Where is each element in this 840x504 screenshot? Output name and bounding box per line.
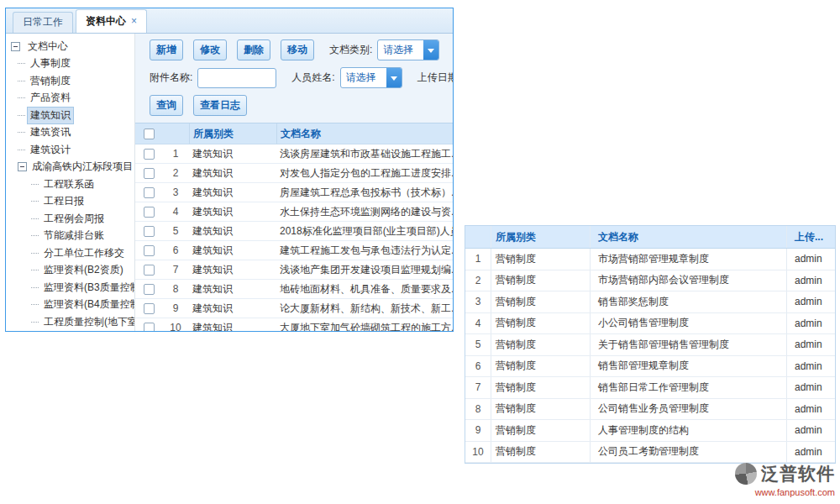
tree-items: 人事制度营销制度产品资料建筑知识建筑资讯建筑设计成渝高铁内江标段项目工程联系函工… (6, 55, 134, 332)
document-row[interactable]: 2建筑知识对发包人指定分包的工程施工进度安排... (135, 164, 453, 183)
close-tab-icon[interactable]: × (131, 12, 137, 31)
collapse-icon[interactable] (11, 42, 20, 51)
cell-doc-name: 对发包人指定分包的工程施工进度安排... (276, 166, 453, 181)
cell-category: 营销制度 (491, 399, 590, 420)
dropdown-arrow-icon[interactable] (423, 40, 438, 60)
tree-item[interactable]: 建筑资讯 (6, 124, 134, 142)
row-checkbox[interactable] (144, 284, 155, 295)
delete-button[interactable]: 删除 (237, 39, 270, 60)
action-row: 查询 查看日志 (150, 95, 453, 116)
row-checkbox[interactable] (144, 168, 155, 179)
tree-item-label: 成渝高铁内江标段项目 (29, 159, 134, 175)
move-button[interactable]: 移动 (281, 39, 314, 60)
doc-category-label: 文档类别: (329, 43, 372, 57)
cell-number: 3 (162, 186, 189, 198)
cell-category: 营销制度 (491, 356, 590, 377)
tree-connector (31, 304, 39, 305)
tree-root[interactable]: 文档中心 (6, 38, 134, 55)
uploader-column-header[interactable]: 上传... (786, 226, 835, 248)
document-row[interactable]: 7建筑知识浅谈地产集团开发建设项目监理规划编... (135, 260, 453, 280)
attachment-name-input[interactable] (197, 68, 276, 88)
collapse-icon[interactable] (18, 162, 27, 171)
tree-item[interactable]: 监理资料(B4质量控制) (6, 297, 134, 314)
person-name-label: 人员姓名: (291, 71, 334, 85)
cell-uploader: admin (786, 442, 835, 463)
tab-label: 资料中心 (86, 12, 126, 31)
category-column-header[interactable]: 所属别类 (491, 226, 590, 248)
tree-item[interactable]: 建筑知识 (6, 107, 134, 124)
marketing-doc-row[interactable]: 4营销制度小公司销售管理制度admin (465, 313, 835, 335)
row-checkbox[interactable] (144, 303, 155, 314)
document-row[interactable]: 3建筑知识房屋建筑工程总承包投标书（技术标）... (135, 183, 453, 202)
document-row[interactable]: 1建筑知识浅谈房屋建筑和市政基础设施工程施工... (135, 144, 453, 164)
marketing-doc-row[interactable]: 1营销制度市场营销部管理规章制度admin (465, 249, 835, 270)
tree-connector (31, 287, 39, 288)
tree-item[interactable]: 工程联系函 (6, 176, 134, 193)
tree-connector (18, 81, 25, 81)
row-checkbox[interactable] (144, 207, 155, 218)
doc-category-select[interactable]: 请选择 (377, 39, 439, 60)
marketing-doc-row[interactable]: 10营销制度公司员工考勤管理制度admin (465, 442, 835, 464)
doc-name-column-header[interactable]: 文档名称 (590, 226, 786, 248)
tab-daily-work[interactable]: 日常工作 (13, 12, 73, 33)
row-checkbox[interactable] (144, 265, 155, 276)
category-column-header[interactable]: 所属别类 (189, 123, 276, 144)
tree-item[interactable]: 节能减排台账 (6, 228, 134, 245)
brand-url: www.fanpusoft.com (735, 487, 835, 497)
tree-item[interactable]: 人事制度 (6, 55, 134, 73)
tab-data-center[interactable]: 资料中心 × (76, 9, 147, 33)
document-row[interactable]: 9建筑知识论大厦新材料、新结构、新技术、新工... (135, 299, 453, 318)
row-checkbox[interactable] (144, 187, 155, 198)
tree-item[interactable]: 监理资料(B5质量控制) (6, 331, 134, 332)
row-checkbox[interactable] (144, 149, 155, 160)
cell-category: 建筑知识 (189, 302, 276, 316)
marketing-doc-row[interactable]: 3营销制度销售部奖惩制度admin (465, 291, 835, 313)
screen: 日常工作 资料中心 × 文档中心 人事制度营销制度产品资料建筑知识建筑资讯建筑设… (0, 0, 840, 504)
tree-item[interactable]: 营销制度 (6, 72, 134, 90)
cell-uploader: admin (786, 249, 835, 270)
document-row[interactable]: 6建筑知识建筑工程施工发包与承包违法行为认定... (135, 241, 453, 260)
document-row[interactable]: 4建筑知识水土保持生态环境监测网络的建设与资... (135, 202, 453, 222)
tree-item[interactable]: 分工单位工作移交 (6, 244, 134, 262)
tree-item[interactable]: 产品资料 (6, 90, 134, 108)
tree-item[interactable]: 工程例会周报 (6, 210, 134, 228)
marketing-doc-row[interactable]: 6营销制度销售部管理规章制度admin (465, 356, 835, 378)
select-all-checkbox[interactable] (144, 129, 155, 139)
modify-button[interactable]: 修改 (193, 39, 227, 60)
row-checkbox[interactable] (144, 245, 155, 256)
cell-category: 建筑知识 (189, 282, 276, 297)
add-button[interactable]: 新增 (150, 39, 183, 60)
tree-item[interactable]: 监理资料(B3质量控制) (6, 279, 134, 297)
row-checkbox[interactable] (144, 323, 155, 332)
document-row[interactable]: 8建筑知识地砖地面材料、机具准备、质量要求及... (135, 280, 453, 299)
document-row[interactable]: 10建筑知识大厦地下室加气砼墙砌筑工程的施工方... (135, 318, 453, 331)
document-row[interactable]: 5建筑知识2018标准化监理项目部(业主项目部)人员... (135, 222, 453, 241)
tree-item[interactable]: 建筑设计 (6, 141, 134, 159)
upload-date-label: 上传日期 (417, 71, 453, 85)
dropdown-arrow-icon[interactable] (386, 68, 402, 87)
cell-doc-name: 销售部日常工作管理制度 (590, 377, 786, 398)
marketing-doc-row[interactable]: 5营销制度关于销售部管理销售管理制度admin (465, 334, 835, 356)
tree-connector (31, 270, 39, 270)
brand-name: 泛普软件 (761, 462, 835, 486)
view-log-button[interactable]: 查看日志 (193, 95, 247, 116)
doc-name-column-header[interactable]: 文档名称 (276, 123, 453, 144)
marketing-doc-row[interactable]: 9营销制度人事管理制度的结构admin (465, 420, 835, 442)
query-button[interactable]: 查询 (150, 95, 183, 116)
tree-item[interactable]: 工程日报 (6, 193, 134, 211)
cell-category: 营销制度 (491, 334, 590, 355)
tree-item[interactable]: 工程质量控制(地下室) (6, 313, 134, 331)
marketing-doc-row[interactable]: 7营销制度销售部日常工作管理制度admin (465, 377, 835, 399)
row-checkbox[interactable] (144, 226, 155, 237)
person-name-select[interactable]: 请选择 (340, 67, 402, 88)
marketing-doc-row[interactable]: 2营销制度市场营销部内部会议管理制度admin (465, 270, 835, 292)
tree-item[interactable]: 成渝高铁内江标段项目 (6, 159, 134, 176)
attachment-name-label: 附件名称: (150, 71, 192, 85)
marketing-doc-row[interactable]: 8营销制度公司销售业务员管理制度admin (465, 399, 835, 421)
cell-category: 建筑知识 (189, 205, 276, 219)
tree-item[interactable]: 监理资料(B2资质) (6, 262, 134, 280)
tree-item-label: 监理资料(B3质量控制) (41, 280, 134, 296)
cell-category: 营销制度 (491, 291, 590, 312)
cell-number: 9 (162, 302, 189, 314)
cell-doc-name: 浅谈地产集团开发建设项目监理规划编... (276, 263, 453, 277)
